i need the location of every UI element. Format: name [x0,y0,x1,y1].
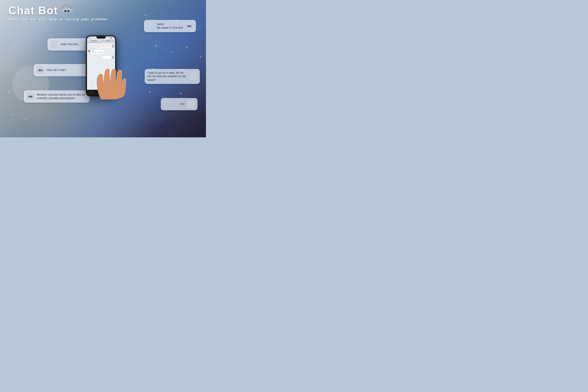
bubble-weather-bot-text: Weather overcast advise you to take an u… [36,93,87,100]
svg-point-93 [29,96,30,97]
bubble-walk-user-text: I want to go for a walk, do not tell me … [148,71,187,82]
bubble-weather-bot: Weather overcast advise you to take an u… [24,90,90,102]
svg-point-116 [88,51,89,51]
content-layer: Chat Bot [0,0,206,137]
phone-sender-chatbot: Chatbot [91,48,103,50]
bot-avatar-2 [36,66,44,74]
phone-tabs[interactable]: Contacts Phone [87,40,115,42]
svg-point-113 [112,45,114,46]
svg-point-97 [30,94,31,95]
phone-msg-row-1: You Hello chat bot) [88,44,114,48]
bot-avatar-3 [26,92,34,100]
svg-rect-69 [61,9,63,12]
svg-point-74 [65,10,65,11]
svg-point-79 [66,4,68,6]
svg-point-106 [189,24,190,24]
svg-point-109 [192,74,194,77]
svg-rect-99 [32,96,34,98]
svg-point-114 [112,46,114,47]
phone-time: 2:48 [88,37,91,38]
title-text-chat: Chat Bot [8,5,58,16]
phone-notch [96,36,106,38]
svg-point-112 [188,105,193,107]
svg-rect-107 [186,26,187,27]
bubble-ok-user-text: Ok! [180,102,185,106]
title-section: Chat Bot [8,4,110,22]
phone-tab-phone[interactable]: Phone [101,40,115,42]
phone-msg-row-2: Chatbot Hello.How can I help?? [88,48,114,54]
svg-rect-108 [192,26,192,27]
svg-rect-90 [42,70,44,71]
bubble-walk-user: I want to go for a walk, do not tell me … [145,69,200,84]
phone-bubble-1: Hello chat bot) [100,45,111,48]
svg-rect-98 [28,96,28,98]
svg-rect-70 [71,9,73,12]
svg-point-110 [191,77,196,80]
bubble-help-bot: How can I help? [34,64,89,76]
phone-bubble-2: Hello.How can I help?? [91,50,103,54]
bubble-hello-bot-right: Hello!My name is Chat Bot! [144,20,196,32]
svg-point-95 [31,96,32,97]
phone-device: 2:48 ▌▌▌ ⚡ Contacts Phone You Hell [86,35,116,96]
robot-head-icon [60,4,74,16]
svg-point-84 [39,70,40,71]
phone-tab-contacts[interactable]: Contacts [87,40,101,42]
phone-avatar-you-1 [112,45,114,47]
phone-sender-you-2: You [112,55,114,56]
user-avatar-right-2 [187,100,195,108]
bubble-ok-user: Ok! [161,98,198,110]
svg-point-77 [68,10,68,11]
svg-point-81 [52,45,57,48]
svg-point-111 [189,102,192,104]
subtitle-text: Smart chat bot will help in solving your… [8,18,110,22]
bubble-hello-user-text: Hello Chat Bot. [60,42,79,46]
svg-point-117 [89,51,90,51]
svg-point-86 [41,70,42,71]
app-title: Chat Bot [8,4,110,16]
svg-point-80 [53,42,56,45]
svg-point-88 [40,68,41,68]
bubble-help-bot-text: How can I help? [46,68,66,72]
svg-rect-89 [37,70,38,71]
phone-signal: ▌▌▌ ⚡ [110,37,113,38]
svg-point-104 [190,26,191,27]
svg-point-102 [188,26,189,27]
hand-illustration [89,57,128,100]
phone-sender-you-1: You [112,44,114,44]
bubble-hello-bot-right-text: Hello!My name is Chat Bot! [157,22,183,30]
bot-avatar-right-1 [185,22,193,30]
user-avatar-right-1 [189,72,197,80]
user-avatar-1 [50,40,58,48]
phone-avatar-bot-1 [88,50,90,52]
